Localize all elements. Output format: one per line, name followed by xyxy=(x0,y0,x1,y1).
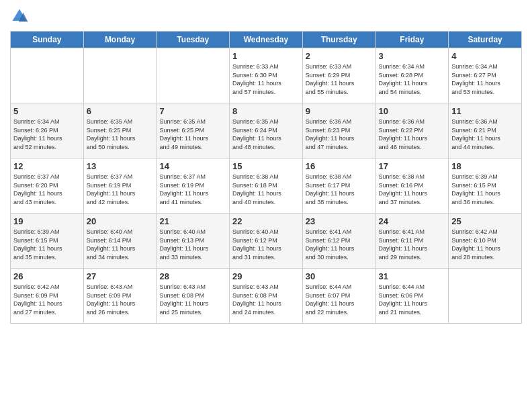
day-number: 12 xyxy=(13,161,81,171)
day-number: 2 xyxy=(306,51,373,61)
calendar-cell: 9Sunrise: 6:36 AM Sunset: 6:23 PM Daylig… xyxy=(302,103,375,158)
calendar-week-2: 5Sunrise: 6:34 AM Sunset: 6:26 PM Daylig… xyxy=(11,103,522,158)
weekday-header-friday: Friday xyxy=(375,32,449,48)
calendar-cell: 31Sunrise: 6:44 AM Sunset: 6:06 PM Dayli… xyxy=(375,269,449,324)
calendar-cell: 29Sunrise: 6:43 AM Sunset: 6:08 PM Dayli… xyxy=(230,269,303,324)
calendar-cell: 6Sunrise: 6:35 AM Sunset: 6:25 PM Daylig… xyxy=(83,103,157,158)
calendar-cell: 20Sunrise: 6:40 AM Sunset: 6:14 PM Dayli… xyxy=(83,214,157,269)
calendar-cell: 25Sunrise: 6:42 AM Sunset: 6:10 PM Dayli… xyxy=(449,214,522,269)
calendar-cell: 28Sunrise: 6:43 AM Sunset: 6:08 PM Dayli… xyxy=(157,269,230,324)
day-info: Sunrise: 6:33 AM Sunset: 6:30 PM Dayligh… xyxy=(232,62,300,96)
calendar-cell xyxy=(11,48,84,103)
day-number: 23 xyxy=(306,216,373,226)
weekday-header-sunday: Sunday xyxy=(11,32,84,48)
day-info: Sunrise: 6:42 AM Sunset: 6:10 PM Dayligh… xyxy=(451,228,519,261)
day-info: Sunrise: 6:40 AM Sunset: 6:14 PM Dayligh… xyxy=(87,228,154,261)
calendar-cell xyxy=(83,48,157,103)
calendar-cell: 5Sunrise: 6:34 AM Sunset: 6:26 PM Daylig… xyxy=(11,103,84,158)
weekday-header-wednesday: Wednesday xyxy=(230,32,303,48)
weekday-header-row: SundayMondayTuesdayWednesdayThursdayFrid… xyxy=(11,32,522,48)
calendar-cell: 26Sunrise: 6:42 AM Sunset: 6:09 PM Dayli… xyxy=(11,269,84,324)
calendar-cell: 13Sunrise: 6:37 AM Sunset: 6:19 PM Dayli… xyxy=(83,158,157,214)
day-info: Sunrise: 6:40 AM Sunset: 6:12 PM Dayligh… xyxy=(232,228,300,261)
day-info: Sunrise: 6:37 AM Sunset: 6:19 PM Dayligh… xyxy=(87,173,154,206)
day-number: 22 xyxy=(232,216,300,226)
day-info: Sunrise: 6:36 AM Sunset: 6:21 PM Dayligh… xyxy=(451,118,519,151)
day-number: 8 xyxy=(232,106,300,116)
day-number: 1 xyxy=(232,51,300,61)
day-number: 15 xyxy=(232,161,300,171)
weekday-header-saturday: Saturday xyxy=(449,32,522,48)
day-info: Sunrise: 6:35 AM Sunset: 6:25 PM Dayligh… xyxy=(87,118,154,151)
calendar-cell: 15Sunrise: 6:38 AM Sunset: 6:18 PM Dayli… xyxy=(230,158,303,214)
logo xyxy=(10,7,32,26)
day-number: 14 xyxy=(159,161,226,171)
calendar-cell: 7Sunrise: 6:35 AM Sunset: 6:25 PM Daylig… xyxy=(157,103,230,158)
day-number: 4 xyxy=(451,51,519,61)
day-number: 11 xyxy=(451,106,519,116)
day-number: 29 xyxy=(232,271,300,281)
day-number: 20 xyxy=(87,216,154,226)
day-info: Sunrise: 6:39 AM Sunset: 6:15 PM Dayligh… xyxy=(13,228,81,261)
day-number: 5 xyxy=(13,106,81,116)
calendar-cell: 24Sunrise: 6:41 AM Sunset: 6:11 PM Dayli… xyxy=(375,214,449,269)
calendar-week-1: 1Sunrise: 6:33 AM Sunset: 6:30 PM Daylig… xyxy=(11,48,522,103)
day-info: Sunrise: 6:35 AM Sunset: 6:25 PM Dayligh… xyxy=(159,118,226,151)
day-info: Sunrise: 6:33 AM Sunset: 6:29 PM Dayligh… xyxy=(306,62,373,96)
day-number: 19 xyxy=(13,216,81,226)
day-info: Sunrise: 6:38 AM Sunset: 6:16 PM Dayligh… xyxy=(379,173,446,206)
calendar-cell xyxy=(157,48,230,103)
weekday-header-tuesday: Tuesday xyxy=(157,32,230,48)
logo-icon xyxy=(10,7,29,26)
calendar-cell: 17Sunrise: 6:38 AM Sunset: 6:16 PM Dayli… xyxy=(375,158,449,214)
day-number: 6 xyxy=(87,106,154,116)
day-info: Sunrise: 6:44 AM Sunset: 6:07 PM Dayligh… xyxy=(306,283,373,316)
calendar-cell: 12Sunrise: 6:37 AM Sunset: 6:20 PM Dayli… xyxy=(11,158,84,214)
day-number: 25 xyxy=(451,216,519,226)
day-info: Sunrise: 6:41 AM Sunset: 6:12 PM Dayligh… xyxy=(306,228,373,261)
day-number: 16 xyxy=(306,161,373,171)
day-number: 18 xyxy=(451,161,519,171)
calendar-cell: 11Sunrise: 6:36 AM Sunset: 6:21 PM Dayli… xyxy=(449,103,522,158)
day-number: 26 xyxy=(13,271,81,281)
day-number: 13 xyxy=(87,161,154,171)
day-info: Sunrise: 6:38 AM Sunset: 6:17 PM Dayligh… xyxy=(306,173,373,206)
calendar-week-5: 26Sunrise: 6:42 AM Sunset: 6:09 PM Dayli… xyxy=(11,269,522,324)
day-info: Sunrise: 6:35 AM Sunset: 6:24 PM Dayligh… xyxy=(232,118,300,151)
day-number: 27 xyxy=(87,271,154,281)
day-info: Sunrise: 6:38 AM Sunset: 6:18 PM Dayligh… xyxy=(232,173,300,206)
calendar-cell: 14Sunrise: 6:37 AM Sunset: 6:19 PM Dayli… xyxy=(157,158,230,214)
day-info: Sunrise: 6:37 AM Sunset: 6:20 PM Dayligh… xyxy=(13,173,81,206)
day-number: 24 xyxy=(379,216,446,226)
calendar-cell: 4Sunrise: 6:34 AM Sunset: 6:27 PM Daylig… xyxy=(449,48,522,103)
header xyxy=(10,7,522,26)
calendar-cell: 3Sunrise: 6:34 AM Sunset: 6:28 PM Daylig… xyxy=(375,48,449,103)
weekday-header-monday: Monday xyxy=(83,32,157,48)
day-number: 3 xyxy=(379,51,446,61)
calendar-cell: 27Sunrise: 6:43 AM Sunset: 6:09 PM Dayli… xyxy=(83,269,157,324)
calendar-cell: 1Sunrise: 6:33 AM Sunset: 6:30 PM Daylig… xyxy=(230,48,303,103)
day-info: Sunrise: 6:39 AM Sunset: 6:15 PM Dayligh… xyxy=(451,173,519,206)
calendar-week-3: 12Sunrise: 6:37 AM Sunset: 6:20 PM Dayli… xyxy=(11,158,522,214)
calendar-cell: 16Sunrise: 6:38 AM Sunset: 6:17 PM Dayli… xyxy=(302,158,375,214)
calendar-week-4: 19Sunrise: 6:39 AM Sunset: 6:15 PM Dayli… xyxy=(11,214,522,269)
day-number: 10 xyxy=(379,106,446,116)
day-number: 21 xyxy=(159,216,226,226)
calendar-cell: 19Sunrise: 6:39 AM Sunset: 6:15 PM Dayli… xyxy=(11,214,84,269)
page: SundayMondayTuesdayWednesdayThursdayFrid… xyxy=(0,0,532,411)
day-info: Sunrise: 6:40 AM Sunset: 6:13 PM Dayligh… xyxy=(159,228,226,261)
day-info: Sunrise: 6:43 AM Sunset: 6:08 PM Dayligh… xyxy=(159,283,226,316)
day-number: 30 xyxy=(306,271,373,281)
day-info: Sunrise: 6:42 AM Sunset: 6:09 PM Dayligh… xyxy=(13,283,81,316)
calendar-cell: 18Sunrise: 6:39 AM Sunset: 6:15 PM Dayli… xyxy=(449,158,522,214)
day-info: Sunrise: 6:34 AM Sunset: 6:27 PM Dayligh… xyxy=(451,62,519,96)
day-number: 17 xyxy=(379,161,446,171)
day-number: 31 xyxy=(379,271,446,281)
day-info: Sunrise: 6:41 AM Sunset: 6:11 PM Dayligh… xyxy=(379,228,446,261)
calendar-cell: 22Sunrise: 6:40 AM Sunset: 6:12 PM Dayli… xyxy=(230,214,303,269)
day-info: Sunrise: 6:34 AM Sunset: 6:26 PM Dayligh… xyxy=(13,118,81,151)
day-info: Sunrise: 6:36 AM Sunset: 6:22 PM Dayligh… xyxy=(379,118,446,151)
day-info: Sunrise: 6:34 AM Sunset: 6:28 PM Dayligh… xyxy=(379,62,446,96)
calendar-table: SundayMondayTuesdayWednesdayThursdayFrid… xyxy=(10,31,522,324)
day-info: Sunrise: 6:36 AM Sunset: 6:23 PM Dayligh… xyxy=(306,118,373,151)
